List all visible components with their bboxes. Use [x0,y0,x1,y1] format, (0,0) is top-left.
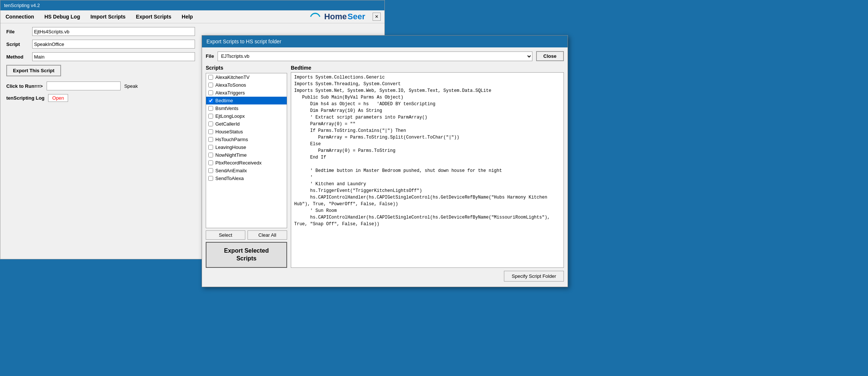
script-name: SendToAlexa [215,176,244,181]
dialog-title-bar: Export Scripts to HS script folder [202,36,568,47]
script-checkbox[interactable] [208,168,213,173]
scripts-title: Scripts [206,65,287,71]
title-bar: tenScripting v4.2 [0,0,384,10]
export-dialog: Export Scripts to HS script folder File … [202,35,568,287]
script-name: HsTouchParms [215,137,248,142]
script-checkbox[interactable] [208,114,213,119]
menu-hs-debug-log[interactable]: HS Debug Log [43,13,81,20]
script-name: NowNightTime [215,152,247,158]
script-list-item[interactable]: BsmtVents [206,104,287,112]
script-name: AlexaTriggers [215,90,245,96]
menu-help[interactable]: Help [180,13,194,20]
code-panel: Bedtime Imports System.Collections.Gener… [291,65,564,268]
dialog-body: File EJTscripts.vb Close Scripts AlexaKi… [202,47,568,285]
method-input[interactable] [32,52,195,61]
script-checkbox[interactable] [208,153,213,157]
speak-label: Speak [124,83,138,89]
script-list-item[interactable]: NowNightTime [206,151,287,159]
dialog-file-select[interactable]: EJTscripts.vb [218,51,532,61]
file-input[interactable] [32,27,195,36]
export-this-script-button[interactable]: Export This Script [6,65,61,76]
homeseer-logo: HomeSeer [309,12,365,21]
script-label: Script [6,41,28,47]
script-list-item[interactable]: AlexaToSonos [206,81,287,89]
code-title: Bedtime [291,65,564,71]
open-button[interactable]: Open [48,94,68,102]
script-name: AlexaKitchenTV [215,74,250,80]
app-title: tenScripting v4.2 [4,3,40,8]
click-run-input[interactable] [47,81,121,90]
script-checkbox[interactable] [208,176,213,181]
close-main-button[interactable]: ✕ [373,13,381,21]
script-list-item[interactable]: SendAnEmailx [206,167,287,174]
file-label: File [6,29,28,34]
menu-export-scripts[interactable]: Export Scripts [134,13,173,20]
script-name: LeavingHouse [215,144,246,150]
script-checkbox[interactable] [208,75,213,80]
dialog-file-row: File EJTscripts.vb Close [206,51,564,61]
script-name: SendAnEmailx [215,168,247,173]
script-checkbox[interactable] [208,122,213,126]
script-list-item[interactable]: EjtLongLoopx [206,112,287,120]
script-checkbox[interactable] [208,106,213,111]
scripts-panel: Scripts AlexaKitchenTVAlexaToSonosAlexaT… [206,65,287,268]
code-content[interactable]: Imports System.Collections.Generic Impor… [291,72,564,268]
dialog-title: Export Scripts to HS script folder [206,39,281,44]
scripts-buttons: Select Clear All [206,230,287,240]
close-dialog-button[interactable]: Close [536,51,564,61]
dialog-content: Scripts AlexaKitchenTVAlexaToSonosAlexaT… [206,65,564,268]
specify-script-folder-button[interactable]: Specify Script Folder [504,271,564,282]
script-name: EjtLongLoopx [215,113,245,119]
export-selected-scripts-button[interactable]: Export SelectedScripts [206,242,287,268]
menu-import-scripts[interactable]: Import Scripts [89,13,127,20]
script-list-item[interactable]: SendToAlexa [206,174,287,182]
dialog-file-label: File [206,53,214,59]
script-list-item[interactable]: LeavingHouse [206,143,287,151]
script-checkbox[interactable] [208,145,213,150]
script-list-item[interactable]: AlexaKitchenTV [206,73,287,81]
script-name: AlexaToSonos [215,82,246,88]
dialog-footer: Specify Script Folder [206,271,564,282]
clear-all-button[interactable]: Clear All [248,230,287,240]
script-name: HouseStatus [215,129,243,134]
method-label: Method [6,54,28,60]
script-checkbox[interactable] [208,98,213,103]
script-list-item[interactable]: HsTouchParms [206,136,287,143]
log-label: tenScripting Log [6,95,44,101]
script-name: Bedtime [215,98,233,103]
script-list-item[interactable]: AlexaTriggers [206,89,287,97]
select-button[interactable]: Select [206,230,245,240]
menu-bar: Connection HS Debug Log Import Scripts E… [0,10,384,23]
script-list-item[interactable]: HouseStatus [206,128,287,136]
click-run-label: Click to Run==> [6,83,43,89]
script-checkbox[interactable] [208,137,213,142]
menu-connection[interactable]: Connection [4,13,36,20]
script-list-item[interactable]: PbxRecordReceivedx [206,159,287,167]
file-row: File [6,27,379,36]
script-name: BsmtVents [215,106,238,111]
script-name: PbxRecordReceivedx [215,160,262,166]
script-checkbox[interactable] [208,129,213,134]
script-checkbox[interactable] [208,160,213,165]
script-checkbox[interactable] [208,90,213,95]
scripts-list[interactable]: AlexaKitchenTVAlexaToSonosAlexaTriggersB… [206,73,287,228]
script-list-item[interactable]: GetCallerId [206,120,287,128]
script-list-item[interactable]: Bedtime [206,97,287,104]
script-input[interactable] [32,40,195,49]
script-checkbox[interactable] [208,83,213,87]
script-name: GetCallerId [215,121,240,127]
